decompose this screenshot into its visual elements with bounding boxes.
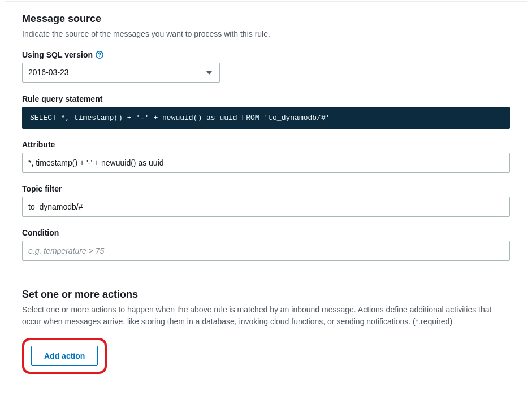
rule-query-label: Rule query statement <box>22 94 510 103</box>
actions-section: Set one or more actions Select one or mo… <box>5 277 527 390</box>
sql-version-label: Using SQL version <box>22 50 510 59</box>
topic-filter-label: Topic filter <box>22 184 510 193</box>
message-source-title: Message source <box>22 13 510 25</box>
message-source-desc: Indicate the source of the messages you … <box>22 28 510 40</box>
rule-query-code[interactable]: SELECT *, timestamp() + '-' + newuuid() … <box>22 107 510 129</box>
info-icon[interactable] <box>95 50 104 59</box>
topic-filter-field: Topic filter <box>22 184 510 217</box>
svg-point-1 <box>99 56 100 57</box>
actions-desc: Select one or more actions to happen whe… <box>22 304 510 328</box>
condition-label: Condition <box>22 228 510 237</box>
sql-version-field: Using SQL version 2016-03-23 <box>22 50 510 83</box>
topic-filter-input[interactable] <box>22 197 510 217</box>
rule-query-field: Rule query statement SELECT *, timestamp… <box>22 94 510 129</box>
sql-version-value[interactable]: 2016-03-23 <box>22 63 198 83</box>
add-action-button[interactable]: Add action <box>31 346 98 366</box>
sql-version-select[interactable]: 2016-03-23 <box>22 63 220 83</box>
condition-field: Condition <box>22 228 510 261</box>
sql-version-label-text: Using SQL version <box>22 50 93 59</box>
attribute-label: Attribute <box>22 140 510 149</box>
message-source-section: Message source Indicate the source of th… <box>5 2 527 277</box>
actions-title: Set one or more actions <box>22 289 510 301</box>
rule-config-panel: Message source Indicate the source of th… <box>5 1 527 390</box>
attribute-field: Attribute <box>22 140 510 173</box>
condition-input[interactable] <box>22 241 510 261</box>
caret-down-icon[interactable] <box>198 63 220 83</box>
add-action-highlight: Add action <box>22 338 107 374</box>
attribute-input[interactable] <box>22 153 510 173</box>
